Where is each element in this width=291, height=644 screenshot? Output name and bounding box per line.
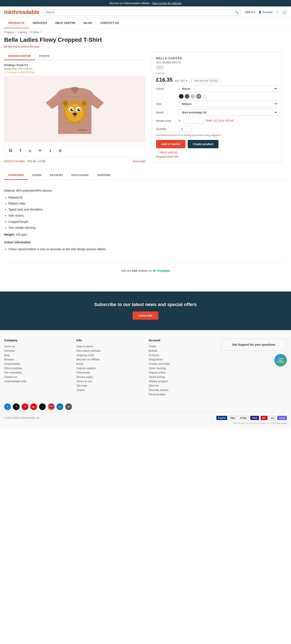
review-link[interactable]: Be the first to review this item bbox=[4, 45, 287, 48]
link-contact[interactable]: Contact us bbox=[4, 375, 70, 378]
link-terms[interactable]: Terms of use bbox=[77, 380, 143, 383]
tab-overview[interactable]: OVERVIEW bbox=[4, 171, 28, 180]
breadcrumb-products[interactable]: Products bbox=[4, 31, 14, 34]
create-product-button[interactable]: Create product bbox=[188, 140, 218, 148]
cart-icon[interactable]: 🛒 bbox=[282, 10, 287, 14]
link-downloads[interactable]: Downloads bbox=[77, 371, 143, 374]
nav-contact[interactable]: CONTACT US bbox=[96, 18, 123, 28]
toolbar-image-btn[interactable]: 🖼 bbox=[7, 147, 15, 154]
link-brexit[interactable]: Brexit bbox=[77, 362, 143, 366]
banner-link[interactable]: Earn money for referrals bbox=[153, 2, 182, 5]
link-help[interactable]: Help & Advice bbox=[77, 345, 143, 348]
wishlist-icon[interactable]: ♡ bbox=[276, 10, 279, 14]
nav-blog[interactable]: BLOG bbox=[80, 18, 96, 28]
social-youtube[interactable]: ▶ bbox=[30, 404, 37, 410]
social-linkedin[interactable]: in bbox=[57, 404, 63, 410]
search-input[interactable] bbox=[46, 10, 233, 14]
template-info: PSD file, 3.8 MB bbox=[27, 160, 45, 163]
toolbar-text-btn[interactable]: T bbox=[17, 147, 24, 155]
nav-products[interactable]: PRODUCTS bbox=[4, 18, 29, 28]
quality-text: Average quality (160 ppi) bbox=[7, 71, 35, 74]
heart-icon: ♡ bbox=[156, 151, 159, 154]
link-affiliate-prog[interactable]: Affiliate program bbox=[149, 380, 215, 383]
link-recently[interactable]: Recently viewed bbox=[149, 388, 215, 392]
link-integrations[interactable]: Integrations bbox=[149, 358, 215, 361]
need-help-link[interactable]: Need help? bbox=[133, 160, 146, 163]
social-tiktok[interactable]: ♪ bbox=[39, 404, 46, 410]
account-link[interactable]: 👤 Account bbox=[258, 10, 272, 14]
size-select[interactable]: Medium XS S M L XL 2XL bbox=[179, 101, 277, 107]
link-blog[interactable]: Blog bbox=[4, 354, 70, 357]
account-label: Account bbox=[262, 10, 272, 14]
logo[interactable]: Inkthreadable bbox=[4, 9, 39, 15]
search-icon[interactable]: 🔍 bbox=[235, 10, 238, 14]
link-personal[interactable]: Personal data bbox=[149, 393, 215, 396]
add-to-basket-button[interactable]: Add to basket bbox=[156, 140, 185, 148]
colour-select[interactable]: Mauve Black Dark Grey Light Grey White bbox=[179, 86, 277, 92]
toolbar-grid-btn[interactable]: ⊞ bbox=[26, 147, 34, 154]
tab-reviews[interactable]: REVIEWS bbox=[46, 171, 67, 179]
trustpilot-brand[interactable]: Trustpilot bbox=[157, 269, 170, 272]
main-nav: PRODUCTS SERVICES HELP CENTRE BLOG CONTA… bbox=[0, 18, 291, 28]
swatch-darkgrey[interactable] bbox=[185, 94, 189, 98]
quantity-input[interactable] bbox=[179, 126, 191, 132]
price-vat[interactable]: incl. VAT ▾ bbox=[175, 79, 187, 82]
breadcrumb-tshirts[interactable]: T-Shirts bbox=[31, 31, 39, 34]
support-box[interactable]: Get Support for your questions bbox=[221, 338, 287, 351]
subscribe-button[interactable]: Subscribe bbox=[133, 312, 158, 320]
brand-select[interactable]: Brick technology Ltd. bbox=[179, 109, 277, 116]
toolbar-preview-btn[interactable]: 👁 bbox=[36, 147, 44, 154]
link-reviews[interactable]: Reviews bbox=[4, 358, 70, 361]
banner-text: Become an Inkthreadable affiliate – bbox=[109, 2, 152, 5]
tab-photo[interactable]: PHOTO bbox=[35, 52, 54, 60]
link-affiliate[interactable]: Become an Affiliate bbox=[77, 358, 143, 361]
social-pinterest[interactable]: P bbox=[22, 404, 28, 410]
tab-sizing[interactable]: SIZING bbox=[28, 171, 46, 179]
swatch-black[interactable] bbox=[179, 94, 184, 98]
link-wishlist[interactable]: Wish list bbox=[149, 384, 215, 387]
link-about[interactable]: About us bbox=[4, 345, 70, 348]
link-ethical[interactable]: Ethical policies bbox=[4, 367, 70, 370]
link-decoration[interactable]: Decoration methods bbox=[77, 349, 143, 352]
template-link[interactable]: 27x27cm Template bbox=[4, 160, 25, 163]
social-instagram[interactable]: 📷 bbox=[48, 404, 55, 410]
link-updates[interactable]: Feature updates bbox=[77, 367, 143, 370]
link-sustainability[interactable]: Sustainability bbox=[4, 362, 70, 366]
link-hub[interactable]: Inkthreadable Hub bbox=[4, 380, 70, 383]
social-facebook[interactable]: f bbox=[4, 404, 11, 410]
link-shipping-costs[interactable]: Shipping costs bbox=[77, 354, 143, 357]
link-sitemap[interactable]: Site map bbox=[77, 384, 143, 387]
link-tiered[interactable]: Tiered pricing bbox=[149, 375, 215, 378]
link-order-tracking[interactable]: Order tracking bbox=[149, 367, 215, 370]
tab-design-editor[interactable]: DESIGN EDITOR bbox=[4, 52, 35, 60]
social-email[interactable]: ✉ bbox=[65, 404, 72, 410]
link-profile[interactable]: Profile bbox=[149, 345, 215, 348]
tab-packaging[interactable]: PACKAGING bbox=[67, 171, 93, 179]
link-privacy[interactable]: Privacy policy bbox=[77, 375, 143, 378]
swatch-mauve[interactable] bbox=[196, 94, 201, 98]
social-twitter[interactable]: 𝕏 bbox=[13, 404, 20, 410]
link-brands[interactable]: Brands bbox=[149, 349, 215, 352]
link-search[interactable]: Search bbox=[77, 388, 143, 392]
link-unpaid[interactable]: Unpaid orders bbox=[149, 371, 215, 374]
living-wage-badge: LivingWageEmployer bbox=[274, 354, 287, 366]
swatch-white[interactable] bbox=[202, 94, 207, 98]
brand-row: Brand Brick technology Ltd. bbox=[156, 109, 277, 116]
link-products[interactable]: Products bbox=[149, 354, 215, 357]
wish-list-link[interactable]: ♡ Add to wish list bbox=[156, 151, 277, 154]
nav-services[interactable]: SERVICES bbox=[29, 18, 51, 28]
link-services[interactable]: Services bbox=[4, 349, 70, 352]
nav-help[interactable]: HELP CENTRE bbox=[51, 18, 80, 28]
breadcrumb-clothing[interactable]: Clothing bbox=[18, 31, 27, 34]
printing-selector[interactable]: Printing / Front ▾ bbox=[4, 64, 146, 67]
toolbar-download-btn[interactable]: ⬇ bbox=[46, 147, 54, 154]
price-row: £16.35 incl. VAT ▾ Your next tier: £15.8… bbox=[156, 76, 277, 84]
resale-input[interactable] bbox=[183, 118, 204, 124]
request-info-link[interactable]: Request more info bbox=[156, 155, 277, 158]
link-credits[interactable]: Credits and Sales bbox=[149, 362, 215, 366]
swatch-lightgrey[interactable] bbox=[191, 94, 195, 98]
link-newsletter[interactable]: Our newsletter bbox=[4, 371, 70, 374]
tab-shipping[interactable]: SHIPPING bbox=[93, 171, 115, 179]
toolbar-delete-btn[interactable]: 🗑 bbox=[56, 147, 65, 154]
currency-selector[interactable]: GBP £ ▾ bbox=[245, 10, 255, 14]
